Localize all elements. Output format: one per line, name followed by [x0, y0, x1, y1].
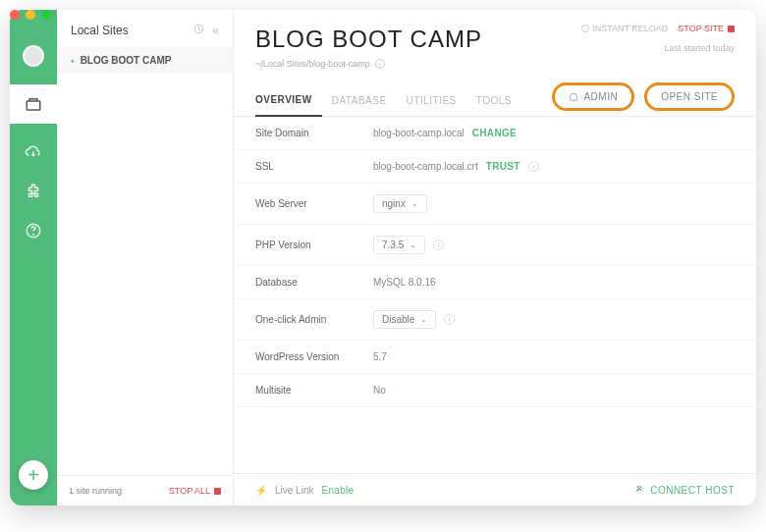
main-footer: ⚡ Live Link Enable CONNECT HOST: [234, 473, 756, 505]
database-value: MySQL 8.0.16: [373, 277, 436, 288]
sites-icon[interactable]: [10, 84, 57, 124]
ssl-value: blog-boot-camp.local.crt: [373, 161, 478, 172]
live-link-label: Live Link: [275, 485, 313, 496]
tab-tools[interactable]: TOOLS: [476, 95, 521, 116]
php-info-icon[interactable]: i: [433, 239, 444, 250]
collapse-sidebar-icon[interactable]: «: [212, 24, 219, 37]
add-site-button[interactable]: +: [19, 460, 48, 490]
sidebar: Local Sites « BLOG BOOT CAMP 1 site runn…: [57, 10, 234, 505]
one-click-admin-value: Disable: [382, 314, 414, 325]
last-started-label: Last started today: [664, 43, 735, 53]
open-site-button[interactable]: OPEN SITE: [644, 82, 735, 111]
sidebar-item-label: BLOG BOOT CAMP: [81, 55, 172, 66]
change-domain-link[interactable]: CHANGE: [472, 128, 517, 138]
main-panel: INSTANT RELOAD STOP SITE Last started to…: [234, 10, 756, 505]
multisite-value: No: [373, 385, 386, 396]
sidebar-item-blog-boot-camp[interactable]: BLOG BOOT CAMP: [57, 47, 233, 74]
database-label: Database: [255, 277, 373, 288]
tab-row: OVERVIEW DATABASE UTILITIES TOOLS ADMIN …: [234, 77, 756, 117]
php-label: PHP Version: [255, 239, 373, 250]
tab-utilities[interactable]: UTILITIES: [407, 95, 466, 116]
one-click-admin-label: One-click Admin: [255, 314, 373, 325]
php-value: 7.3.5: [382, 239, 404, 250]
tab-overview[interactable]: OVERVIEW: [255, 94, 322, 117]
trust-ssl-link[interactable]: TRUST: [486, 161, 520, 172]
clock-icon[interactable]: [193, 24, 204, 37]
web-server-select[interactable]: nginx ⌄: [373, 194, 427, 213]
row-one-click-admin: One-click Admin Disable ⌄ i: [234, 299, 756, 341]
zoom-window-dot[interactable]: [41, 10, 51, 20]
avatar[interactable]: [23, 45, 44, 67]
addons-icon[interactable]: [23, 181, 44, 202]
connect-host-label: CONNECT HOST: [650, 485, 735, 496]
connect-icon: [632, 484, 644, 496]
close-window-dot[interactable]: [10, 10, 20, 20]
open-site-button-label: OPEN SITE: [661, 91, 718, 102]
minimize-window-dot[interactable]: [26, 10, 35, 20]
web-server-value: nginx: [382, 198, 406, 209]
enable-live-link[interactable]: Enable: [321, 485, 354, 496]
bolt-icon: ⚡: [255, 485, 267, 496]
row-php: PHP Version 7.3.5 ⌄ i: [234, 225, 756, 266]
path-info-icon[interactable]: i: [375, 59, 385, 69]
sidebar-footer: 1 site running STOP ALL: [57, 475, 233, 505]
row-web-server: Web Server nginx ⌄: [234, 184, 756, 225]
svg-point-2: [33, 234, 34, 235]
chevron-down-icon: ⌄: [410, 240, 416, 249]
one-click-admin-select[interactable]: Disable ⌄: [373, 310, 436, 329]
multisite-label: Multisite: [255, 385, 373, 396]
details-list: Site Domain blog-boot-camp.local CHANGE …: [234, 117, 756, 473]
site-domain-value: blog-boot-camp.local: [373, 128, 465, 138]
row-ssl: SSL blog-boot-camp.local.crt TRUST i: [234, 150, 756, 184]
row-multisite: Multisite No: [234, 374, 756, 407]
wordpress-version-value: 5.7: [373, 351, 387, 362]
tab-database[interactable]: DATABASE: [332, 95, 397, 116]
app-window: + Local Sites « BLOG BOOT CAMP 1 site ru…: [10, 10, 756, 505]
admin-button-label: ADMIN: [583, 91, 618, 102]
row-wordpress-version: WordPress Version 5.7: [234, 341, 756, 374]
cloud-download-icon[interactable]: [23, 141, 44, 163]
stop-all-button[interactable]: STOP ALL: [169, 486, 221, 496]
site-domain-label: Site Domain: [255, 128, 373, 138]
chevron-down-icon: ⌄: [411, 199, 418, 208]
nav-rail: +: [10, 10, 57, 505]
main-header: INSTANT RELOAD STOP SITE Last started to…: [234, 10, 756, 77]
wordpress-icon: [569, 92, 578, 102]
svg-point-4: [571, 93, 578, 101]
sites-running-label: 1 site running: [69, 486, 122, 496]
stop-site-button[interactable]: STOP SITE: [678, 24, 735, 33]
connect-host-button[interactable]: CONNECT HOST: [632, 484, 735, 496]
web-server-label: Web Server: [255, 198, 373, 209]
help-icon[interactable]: [23, 220, 44, 241]
php-select[interactable]: 7.3.5 ⌄: [373, 236, 425, 254]
one-click-admin-info-icon[interactable]: i: [444, 314, 455, 325]
svg-rect-0: [27, 101, 40, 110]
admin-button[interactable]: ADMIN: [552, 82, 634, 111]
sidebar-header: Local Sites «: [57, 10, 233, 47]
row-site-domain: Site Domain blog-boot-camp.local CHANGE: [234, 117, 756, 150]
window-controls: [10, 10, 51, 20]
ssl-info-icon[interactable]: i: [528, 161, 539, 172]
ssl-label: SSL: [255, 161, 373, 172]
chevron-down-icon: ⌄: [420, 315, 427, 324]
instant-reload-toggle[interactable]: INSTANT RELOAD: [581, 24, 668, 33]
wordpress-version-label: WordPress Version: [255, 351, 373, 362]
sidebar-title: Local Sites: [71, 24, 129, 37]
site-path: ~/Local Sites/blog-boot-camp: [255, 59, 370, 69]
row-database: Database MySQL 8.0.16: [234, 266, 756, 299]
